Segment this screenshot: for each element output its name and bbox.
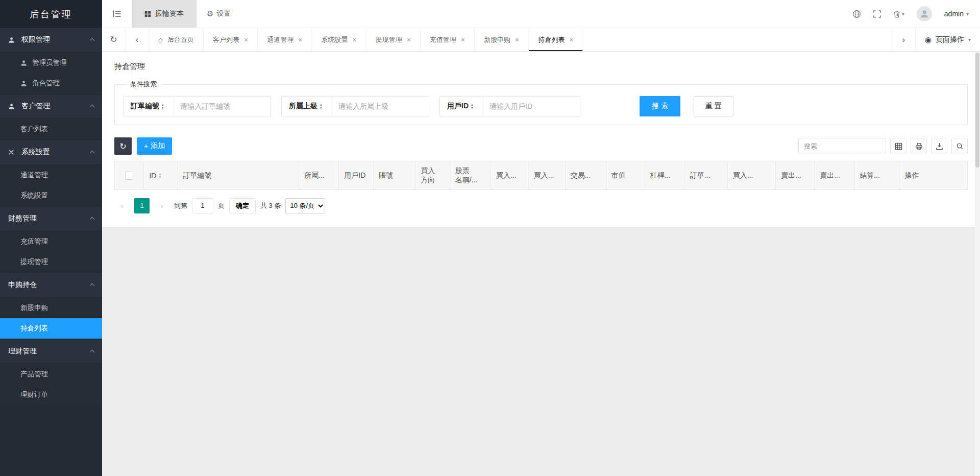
topbar: 振輪资本 ⚙ 设置 ▾ [102, 0, 980, 28]
sidebar-item-3-0[interactable]: 充值管理 [0, 231, 102, 252]
search-zoom-icon[interactable] [951, 138, 968, 154]
refresh-table-icon[interactable]: ↻ [114, 137, 132, 155]
jump-page-input[interactable] [192, 198, 213, 213]
tab-3[interactable]: 系统設置× [312, 28, 366, 51]
col-header-trade_amount: 交易... [565, 161, 606, 190]
avatar[interactable] [917, 6, 932, 21]
table-search-input[interactable] [798, 138, 886, 154]
tab-7[interactable]: 持倉列表× [529, 28, 583, 51]
tab-5[interactable]: 充值管理× [421, 28, 475, 51]
sidebar-group-4[interactable]: 申购持仓 [0, 273, 102, 297]
clear-cache-dropdown[interactable]: ▾ [893, 10, 904, 18]
sidebar-item-5-1[interactable]: 理财订单 [0, 385, 102, 405]
sidebar-item-0-1[interactable]: 角色管理 [0, 73, 102, 93]
sidebar-submenu-0: 管理员管理角色管理 [0, 52, 102, 94]
sidebar-item-4-1[interactable]: 持倉列表 [0, 318, 102, 339]
close-icon[interactable]: × [461, 36, 465, 44]
col-header-buy_time: 買入... [727, 161, 775, 190]
row-checkbox[interactable] [125, 172, 133, 180]
col-header-text: 訂單編號 [183, 171, 211, 180]
tab-0[interactable]: ⌂后台首页 [149, 28, 204, 51]
sidebar-group-label: 财務管理 [8, 214, 90, 223]
settings-tab[interactable]: ⚙ 设置 [197, 0, 241, 28]
chevron-up-icon [90, 151, 95, 156]
page-size-select[interactable]: 10 条/页 [285, 198, 325, 213]
confirm-jump-button[interactable]: 确定 [229, 198, 256, 213]
brand-tab[interactable]: 振輪资本 [132, 0, 197, 28]
search-button[interactable]: 搜 索 [640, 96, 680, 116]
jump-suffix-label: 页 [218, 201, 225, 210]
sidebar-group-1[interactable]: 客户管理 [0, 94, 102, 118]
close-icon[interactable]: × [515, 36, 519, 44]
sidebar-toggle-icon[interactable] [102, 0, 132, 28]
col-header-buy_num: 買入... [528, 161, 565, 190]
close-icon[interactable]: × [298, 36, 302, 44]
page-number-1[interactable]: 1 [134, 198, 150, 213]
sidebar-item-2-0[interactable]: 通道管理 [0, 165, 102, 185]
prev-page-icon[interactable]: ‹ [114, 198, 130, 213]
sidebar-item-5-0[interactable]: 产品管理 [0, 364, 102, 385]
sidebar-group-5[interactable]: 理财管理 [0, 340, 102, 363]
close-icon[interactable]: × [244, 36, 248, 44]
add-button-label: 添加 [151, 141, 165, 151]
tab-6[interactable]: 新股申购× [475, 28, 529, 51]
sidebar-submenu-3: 充值管理提现管理 [0, 230, 102, 273]
table-toolbar: ↻ + 添加 [114, 137, 968, 155]
fullscreen-icon[interactable] [873, 10, 881, 18]
sidebar-item-label: 持倉列表 [20, 324, 48, 333]
close-icon[interactable]: × [352, 36, 356, 44]
search-field-input[interactable] [174, 97, 271, 116]
next-page-icon[interactable]: › [154, 198, 169, 213]
sidebar-group-0[interactable]: 权限管理 [0, 28, 102, 52]
col-header-text: 賬號 [379, 171, 393, 180]
col-header-text: 用戶ID [344, 171, 365, 180]
col-header-content: 賣出... [820, 171, 849, 180]
sidebar-group-2[interactable]: 系统設置 [0, 140, 102, 164]
scrollbar-thumb[interactable] [975, 53, 979, 168]
col-header-content: 股票名稱/... [455, 166, 485, 185]
tab-2[interactable]: 通道管理× [258, 28, 312, 51]
refresh-tabs-icon[interactable]: ↻ [102, 28, 126, 51]
col-header-text: 訂單... [690, 171, 710, 180]
tab-label: 提现管理 [376, 35, 402, 44]
export-icon[interactable] [931, 138, 947, 154]
sidebar-item-2-1[interactable]: 系统設置 [0, 185, 102, 206]
sidebar-item-label: 通道管理 [20, 171, 48, 180]
close-icon[interactable]: × [569, 36, 573, 44]
sidebar-item-label: 理财订单 [20, 390, 48, 399]
brand-label: 振輪资本 [155, 9, 184, 18]
col-header-text: 賣出... [781, 171, 801, 180]
user-menu[interactable]: admin ▾ [944, 10, 969, 18]
tab-4[interactable]: 提现管理× [366, 28, 421, 51]
scroll-tabs-right-icon[interactable]: › [892, 28, 915, 51]
caret-down-icon: ▾ [966, 11, 969, 17]
page-panel: 持倉管理 条件搜索 訂單編號：所屬上級：用戶ID： 搜 索 重 置 ↻ + 添加 [102, 52, 980, 227]
vertical-scrollbar[interactable] [975, 52, 980, 476]
search-field-input[interactable] [332, 97, 429, 116]
print-icon[interactable] [911, 138, 927, 154]
close-icon[interactable]: × [407, 36, 411, 44]
sidebar-item-label: 提现管理 [20, 257, 48, 267]
col-header-checkbox[interactable] [115, 161, 144, 190]
page-operations-dropdown[interactable]: ◉ 页面操作 ▾ [915, 28, 980, 51]
col-header-actions: 操作 [899, 161, 968, 190]
trash-icon [893, 10, 900, 18]
sidebar: 后台管理 权限管理管理员管理角色管理客户管理客户列表系统設置通道管理系统設置财務… [0, 0, 102, 476]
language-globe-icon[interactable] [852, 10, 861, 18]
sidebar-group-3[interactable]: 财務管理 [0, 207, 102, 230]
columns-filter-icon[interactable] [890, 138, 906, 154]
sidebar-item-0-0[interactable]: 管理员管理 [0, 53, 102, 73]
sidebar-item-3-1[interactable]: 提现管理 [0, 252, 102, 272]
chevron-up-icon [90, 350, 95, 355]
sidebar-item-1-0[interactable]: 客户列表 [0, 119, 102, 139]
sidebar-item-4-0[interactable]: 新股申购 [0, 298, 102, 318]
sort-icon[interactable]: ▴▾ [159, 173, 161, 179]
app-root: 后台管理 权限管理管理员管理角色管理客户管理客户列表系统設置通道管理系统設置财務… [0, 0, 980, 476]
plus-icon: + [144, 142, 148, 150]
search-field-input[interactable] [483, 97, 580, 116]
scroll-tabs-left-icon[interactable]: ‹ [126, 28, 149, 51]
add-button[interactable]: + 添加 [137, 137, 172, 155]
tab-1[interactable]: 客户列表× [204, 28, 258, 51]
col-header-content: 訂單... [690, 171, 722, 180]
reset-button[interactable]: 重 置 [694, 96, 733, 116]
